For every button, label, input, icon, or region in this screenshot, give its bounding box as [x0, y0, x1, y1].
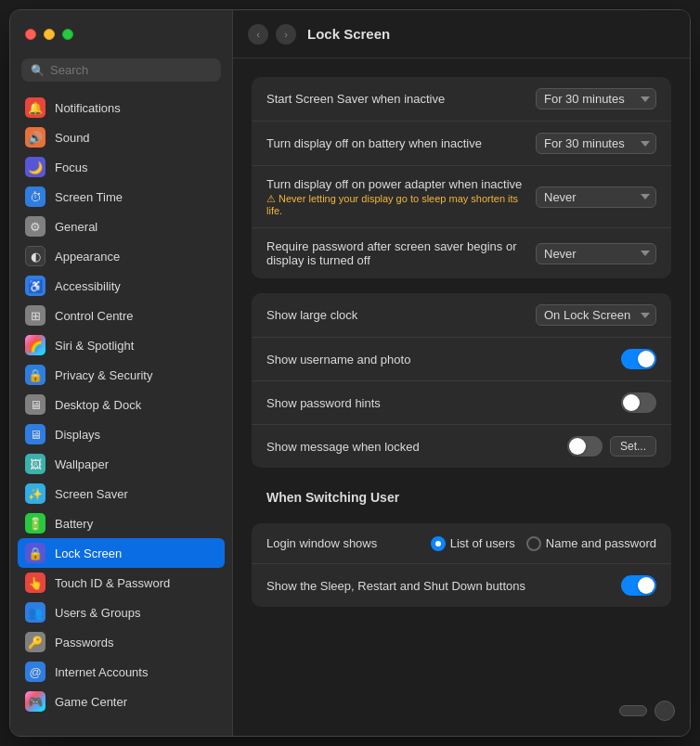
sidebar-item-privacy-security[interactable]: 🔒Privacy & Security [18, 360, 225, 390]
sound-icon: 🔊 [25, 127, 45, 148]
select-display-off-battery[interactable]: For 30 minutes [536, 133, 656, 154]
search-icon: 🔍 [31, 64, 45, 77]
settings-row-show-password-hints: Show password hints [252, 381, 671, 425]
select-require-password[interactable]: Never [536, 243, 656, 264]
settings-row-show-sleep-restart-shutdown: Show the Sleep, Restart and Shut Down bu… [252, 564, 671, 607]
row-label-require-password: Require password after screen saver begi… [266, 239, 536, 267]
select-display-off-adapter[interactable]: Never [536, 186, 656, 208]
sidebar-item-label-users-groups: Users & Groups [55, 606, 140, 620]
help-button[interactable] [655, 701, 675, 721]
sidebar-item-internet-accounts[interactable]: @Internet Accounts [18, 657, 225, 687]
sidebar-item-passwords[interactable]: 🔑Passwords [18, 627, 225, 657]
sidebar-item-control-centre[interactable]: ⊞Control Centre [18, 301, 225, 330]
sidebar-item-label-displays: Displays [55, 428, 100, 442]
toggle-show-sleep-restart-shutdown[interactable] [621, 575, 656, 596]
sidebar-item-label-general: General [55, 220, 97, 234]
row-control-show-message-locked: Set... [567, 436, 656, 457]
settings-group-lock-screen-group: Show large clockOn Lock ScreenShow usern… [252, 293, 671, 468]
siri-spotlight-icon: 🌈 [25, 335, 45, 355]
page-title: Lock Screen [307, 26, 390, 42]
radio-option-list-of-users[interactable]: List of users [431, 536, 515, 551]
close-button[interactable] [25, 29, 36, 40]
row-control-show-sleep-restart-shutdown [621, 575, 656, 596]
section-heading-switching-user-group: When Switching User [252, 482, 671, 508]
sidebar-item-accessibility[interactable]: ♿Accessibility [18, 271, 225, 301]
sidebar-item-users-groups[interactable]: 👥Users & Groups [18, 598, 225, 627]
sidebar-item-battery[interactable]: 🔋Battery [18, 508, 225, 538]
row-control-require-password: Never [536, 243, 656, 264]
select-start-screen-saver[interactable]: For 30 minutes [536, 88, 656, 109]
battery-icon: 🔋 [25, 513, 45, 534]
settings-group-screen-saver-group: Start Screen Saver when inactiveFor 30 m… [252, 77, 671, 278]
main-window: 🔍 🔔Notifications🔊Sound🌙Focus⏱Screen Time… [9, 9, 691, 737]
toggle-show-username-photo[interactable] [621, 349, 656, 369]
row-label-show-password-hints: Show password hints [266, 396, 621, 410]
settings-group-switching-user-group: Login window showsList of usersName and … [252, 523, 671, 607]
sidebar-item-game-center[interactable]: 🎮Game Center [18, 687, 225, 716]
sidebar-item-touch-id-password[interactable]: 👆Touch ID & Password [18, 568, 225, 598]
radio-label-list-of-users: List of users [450, 536, 515, 550]
settings-row-show-username-photo: Show username and photo [252, 338, 671, 381]
maximize-button[interactable] [62, 29, 73, 40]
game-center-icon: 🎮 [25, 691, 45, 712]
set-button-show-message-locked[interactable]: Set... [610, 436, 656, 457]
displays-icon: 🖥 [25, 424, 45, 444]
forward-button[interactable]: › [276, 24, 296, 45]
sidebar-item-siri-spotlight[interactable]: 🌈Siri & Spotlight [18, 330, 225, 360]
screen-time-icon: ⏱ [25, 186, 45, 207]
sidebar: 🔍 🔔Notifications🔊Sound🌙Focus⏱Screen Time… [10, 10, 233, 736]
row-label-start-screen-saver: Start Screen Saver when inactive [266, 92, 536, 106]
sidebar-item-label-game-center: Game Center [55, 695, 127, 709]
sidebar-item-label-appearance: Appearance [55, 250, 120, 264]
sidebar-item-displays[interactable]: 🖥Displays [18, 419, 225, 449]
desktop-dock-icon: 🖥 [25, 394, 45, 415]
row-control-show-large-clock: On Lock Screen [536, 304, 656, 326]
back-button[interactable]: ‹ [248, 24, 268, 45]
settings-row-display-off-battery: Turn display off on battery when inactiv… [252, 122, 671, 166]
sidebar-item-label-accessibility: Accessibility [55, 279, 121, 293]
row-control-show-password-hints [621, 392, 656, 413]
toggle-show-password-hints[interactable] [621, 392, 656, 413]
titlebar [10, 10, 232, 58]
accessibility-options-button[interactable] [619, 705, 647, 716]
sidebar-item-screen-saver[interactable]: ✨Screen Saver [18, 479, 225, 508]
row-control-start-screen-saver: For 30 minutes [536, 88, 656, 109]
search-input[interactable] [50, 63, 212, 77]
settings-row-show-large-clock: Show large clockOn Lock Screen [252, 293, 671, 338]
touch-id-password-icon: 👆 [25, 572, 45, 593]
minimize-button[interactable] [44, 29, 55, 40]
sidebar-item-sound[interactable]: 🔊Sound [18, 122, 225, 152]
sidebar-item-notifications[interactable]: 🔔Notifications [18, 93, 225, 122]
bottom-area [233, 693, 690, 736]
lock-screen-icon: 🔒 [25, 543, 45, 563]
toggle-show-message-locked[interactable] [567, 436, 603, 457]
wallpaper-icon: 🖼 [25, 454, 45, 474]
search-bar[interactable]: 🔍 [21, 58, 221, 82]
sidebar-item-focus[interactable]: 🌙Focus [18, 152, 225, 182]
sidebar-item-label-notifications: Notifications [55, 101, 121, 115]
sidebar-item-general[interactable]: ⚙General [18, 212, 225, 241]
notifications-icon: 🔔 [25, 97, 45, 118]
sidebar-item-screen-time[interactable]: ⏱Screen Time [18, 182, 225, 212]
row-control-login-window-shows: List of usersName and password [431, 536, 656, 551]
radio-label-name-and-password: Name and password [546, 536, 656, 550]
general-icon: ⚙ [25, 216, 45, 237]
sidebar-item-appearance[interactable]: ◐Appearance [18, 241, 225, 271]
sidebar-item-label-touch-id-password: Touch ID & Password [55, 576, 170, 590]
row-label-show-username-photo: Show username and photo [266, 353, 621, 367]
privacy-security-icon: 🔒 [25, 365, 45, 385]
row-label-show-message-locked: Show message when locked [266, 440, 567, 454]
select-show-large-clock[interactable]: On Lock Screen [536, 304, 656, 326]
internet-accounts-icon: @ [25, 662, 45, 682]
row-label-show-sleep-restart-shutdown: Show the Sleep, Restart and Shut Down bu… [266, 579, 621, 593]
sidebar-item-wallpaper[interactable]: 🖼Wallpaper [18, 449, 225, 479]
sidebar-item-label-passwords: Passwords [55, 636, 114, 650]
sidebar-item-desktop-dock[interactable]: 🖥Desktop & Dock [18, 390, 225, 419]
sidebar-item-lock-screen[interactable]: 🔒Lock Screen [18, 538, 225, 568]
radio-option-name-and-password[interactable]: Name and password [526, 536, 656, 551]
sidebar-item-label-screen-time: Screen Time [55, 190, 123, 204]
row-label-display-off-battery: Turn display off on battery when inactiv… [266, 136, 536, 150]
radio-group-login-window-shows: List of usersName and password [431, 536, 656, 551]
sidebar-item-label-wallpaper: Wallpaper [55, 457, 109, 471]
row-label-display-off-adapter: Turn display off on power adapter when i… [266, 177, 536, 216]
